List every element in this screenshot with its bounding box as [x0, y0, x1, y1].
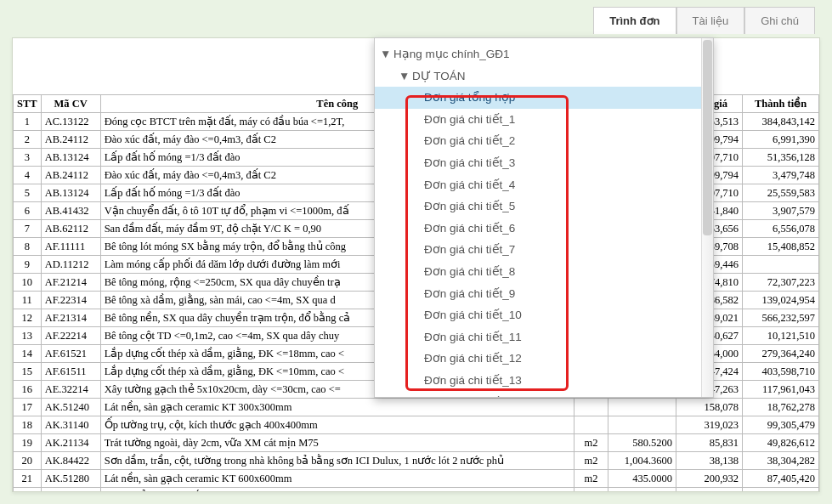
tree-item[interactable]: Đơn giá chi tiết_9 — [375, 283, 701, 305]
cell-tt: 72,307,223 — [743, 274, 819, 292]
caret-down-icon: ▼ — [399, 67, 409, 86]
cell-tt: 566,232,597 — [743, 309, 819, 327]
cell-tt: 279,364,240 — [743, 345, 819, 363]
cell-dvt: m2 — [574, 434, 608, 452]
tree-item[interactable]: Đơn giá chi tiết_10 — [375, 304, 701, 326]
tree-group[interactable]: ▼ DỰ TOÁN — [375, 65, 701, 88]
cell-tt: 139,024,954 — [743, 292, 819, 309]
cell-macv: AB.24112 — [41, 167, 100, 184]
cell-stt: 3 — [14, 149, 42, 167]
cell-tt: 87,405,420 — [743, 470, 819, 488]
tab-menu[interactable]: Trình đơn — [593, 7, 676, 34]
cell-macv: AC.13122 — [41, 113, 100, 131]
cell-macv: AK.51280 — [41, 470, 100, 488]
table-row[interactable]: 19AK.21134Trát tường ngoài, dày 2cm, vữa… — [14, 434, 819, 452]
cell-tt: 34,233,379 — [743, 488, 819, 493]
cell-dvt — [574, 416, 608, 434]
cell-macv: AK.51240 — [41, 399, 100, 416]
cell-stt: 5 — [14, 184, 42, 202]
cell-tt: 10,121,510 — [743, 327, 819, 345]
cell-macv: AK.21134 — [41, 434, 100, 452]
cell-macv: AF.22214 — [41, 327, 100, 345]
cell-kl: 435.0000 — [608, 470, 676, 488]
cell-stt: 21 — [14, 470, 42, 488]
cell-stt: 12 — [14, 309, 42, 327]
tree-item[interactable]: Đơn giá chi tiết_2 — [375, 130, 701, 152]
cell-tt: 117,961,043 — [743, 381, 819, 399]
tree-item[interactable]: Đơn giá tổng hợp — [375, 87, 701, 109]
cell-stt: 9 — [14, 256, 42, 274]
cell-tt: 25,559,583 — [743, 184, 819, 202]
tree-root-label: Hạng mục chính_GĐ1 — [393, 45, 510, 64]
cell-dvt — [574, 399, 608, 416]
cell-tt: 99,305,479 — [743, 416, 819, 434]
cell-stt: 13 — [14, 327, 42, 345]
dropdown-scrollbar[interactable] — [701, 38, 713, 397]
cell-macv: AB.62112 — [41, 220, 100, 238]
cell-ten: Sơn dầm, trần, cột, tường trong nhà khôn… — [100, 452, 574, 470]
cell-macv: AB.13124 — [41, 184, 100, 202]
cell-tt: 384,843,142 — [743, 113, 819, 131]
cell-stt: 4 — [14, 167, 42, 184]
table-row[interactable]: 18AK.31140Ốp tường trụ, cột, kích thước … — [14, 416, 819, 434]
cell-tt: 3,479,748 — [743, 167, 819, 184]
top-tabs: Trình đơn Tài liệu Ghi chú — [593, 7, 815, 34]
cell-tt: 6,556,078 — [743, 220, 819, 238]
tree-item[interactable]: Đơn giá chi tiết_4 — [375, 174, 701, 196]
cell-tt: 18,762,278 — [743, 399, 819, 416]
cell-macv: AB.24112 — [41, 131, 100, 149]
table-row[interactable]: 21AK.51280Lát nền, sàn gạch ceramic KT 6… — [14, 470, 819, 488]
cell-kl — [608, 399, 676, 416]
tree-root[interactable]: ▼ Hạng mục chính_GĐ1 — [375, 43, 701, 65]
table-row[interactable]: 17AK.51240Lát nền, sàn gạch ceramic KT 3… — [14, 399, 819, 416]
tree-item[interactable]: Đơn giá chi tiết_5 — [375, 195, 701, 218]
cell-stt: 14 — [14, 345, 42, 363]
hdr-macv: Mã CV — [41, 95, 100, 113]
cell-kl: 1,004.3600 — [608, 452, 676, 470]
scroll-thumb[interactable] — [703, 40, 712, 235]
cell-stt: 2 — [14, 131, 42, 149]
table-row[interactable]: 22AK.56134Lát đá cẩm thạch, tiết diện đá… — [14, 488, 819, 493]
cell-stt: 22 — [14, 488, 42, 493]
cell-stt: 18 — [14, 416, 42, 434]
cell-stt: 20 — [14, 452, 42, 470]
cell-stt: 19 — [14, 434, 42, 452]
cell-macv: AB.13124 — [41, 149, 100, 167]
table-row[interactable]: 20AK.84422Sơn dầm, trần, cột, tường tron… — [14, 452, 819, 470]
cell-stt: 10 — [14, 274, 42, 292]
cell-macv: AK.56134 — [41, 488, 100, 493]
tree-item[interactable]: Đơn giá chi tiết_14 — [375, 392, 701, 398]
cell-tt: 49,826,612 — [743, 434, 819, 452]
cell-macv: AF.21214 — [41, 274, 100, 292]
caret-down-icon: ▼ — [380, 45, 390, 64]
tree-item[interactable]: Đơn giá chi tiết_6 — [375, 218, 701, 240]
tree-item[interactable]: Đơn giá chi tiết_7 — [375, 239, 701, 261]
cell-stt: 15 — [14, 363, 42, 381]
cell-macv: AF.11111 — [41, 238, 100, 256]
tree-item[interactable]: Đơn giá chi tiết_8 — [375, 261, 701, 283]
tree-item[interactable]: Đơn giá chi tiết_1 — [375, 109, 701, 131]
tree-item[interactable]: Đơn giá chi tiết_11 — [375, 326, 701, 348]
cell-ten: Ốp tường trụ, cột, kích thước gạch 400x4… — [100, 416, 574, 434]
cell-macv: AF.22314 — [41, 292, 100, 309]
tab-notes[interactable]: Ghi chú — [744, 7, 815, 34]
cell-dvt: 1m2 — [574, 488, 608, 493]
cell-macv: AB.41432 — [41, 202, 100, 220]
cell-dvt: m2 — [574, 452, 608, 470]
cell-stt: 7 — [14, 220, 42, 238]
tree-group-label: DỰ TOÁN — [412, 67, 466, 86]
tab-docs[interactable]: Tài liệu — [676, 7, 745, 34]
tree-item[interactable]: Đơn giá chi tiết_3 — [375, 152, 701, 174]
cell-kl: 65.7000 — [608, 488, 676, 493]
cell-tt: 15,408,852 — [743, 238, 819, 256]
tree-item[interactable]: Đơn giá chi tiết_13 — [375, 370, 701, 392]
cell-macv: AF.61521 — [41, 345, 100, 363]
cell-tt: 6,991,390 — [743, 131, 819, 149]
cell-macv: AK.84422 — [41, 452, 100, 470]
cell-stt: 11 — [14, 292, 42, 309]
cell-tt: 3,907,579 — [743, 202, 819, 220]
cell-tt: 38,304,282 — [743, 452, 819, 470]
cell-ten: Lát nền, sàn gạch ceramic KT 600x600mm — [100, 470, 574, 488]
cell-ten: Trát tường ngoài, dày 2cm, vữa XM cát mị… — [100, 434, 574, 452]
tree-item[interactable]: Đơn giá chi tiết_12 — [375, 348, 701, 370]
